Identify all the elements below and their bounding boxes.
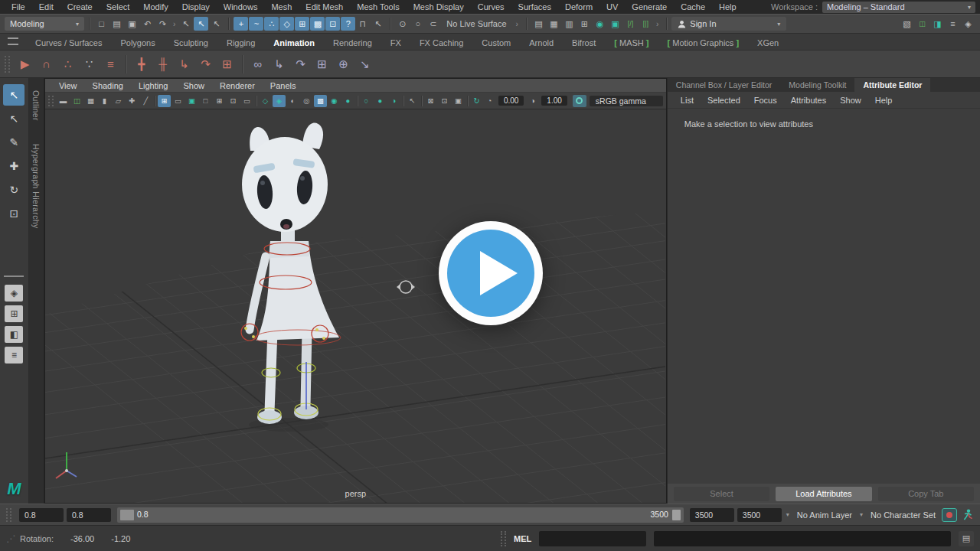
aim-constraint-icon[interactable]: ⊕ (333, 54, 354, 75)
select-by-component-icon[interactable]: ↖ (209, 17, 224, 31)
new-scene-icon[interactable]: □ (94, 17, 109, 31)
rotate-tool-icon[interactable]: ↻ (3, 179, 24, 201)
menu-item[interactable]: Select (100, 2, 137, 11)
collapse-icon[interactable]: › (653, 20, 662, 28)
default-lighting-icon[interactable]: ◈ (273, 95, 286, 107)
film-gate-icon[interactable]: ▭ (172, 95, 185, 107)
sidebar-item-outliner[interactable]: Outliner (31, 90, 41, 121)
safe-title-icon[interactable]: ▭ (240, 95, 253, 107)
color-management-icon[interactable] (573, 95, 586, 107)
chevron-down-icon[interactable]: ▾ (785, 511, 791, 518)
MASH[interactable]: MASH (605, 36, 658, 50)
make-live-icon[interactable]: ▩ (310, 17, 325, 31)
occlusion-icon[interactable]: ◉ (328, 95, 341, 107)
channel-box-panel-icon[interactable]: ◨ (930, 17, 945, 31)
range-slider-track[interactable]: 0.8 3500 (117, 507, 684, 523)
viewport-menu-item[interactable]: Renderer (212, 81, 263, 90)
color-space-selector[interactable]: sRGB gamma (590, 96, 663, 106)
open-scene-icon[interactable]: ▤ (109, 17, 124, 31)
set-rotate-key-icon[interactable]: ↷ (195, 54, 216, 75)
menu-item[interactable]: File (5, 2, 32, 11)
range-end-handle[interactable] (672, 510, 681, 520)
set-translate-key-icon[interactable]: ↳ (174, 54, 194, 75)
exposure-field[interactable]: 0.00 (498, 96, 524, 106)
mel-result-output[interactable] (654, 531, 951, 546)
menu-item[interactable]: Modify (136, 2, 175, 11)
live-surface-magnet-icon[interactable]: ⊂ (426, 17, 440, 31)
attribute-editor-menu-item[interactable]: Help (868, 96, 900, 105)
camera-attributes-icon[interactable]: ▦ (84, 95, 97, 107)
FX[interactable]: FX (381, 36, 410, 50)
grid-toggle-icon[interactable]: ⊞ (158, 95, 171, 107)
pole-vector-constraint-icon[interactable]: ↘ (354, 54, 375, 75)
Attribute Editor[interactable]: Attribute Editor (854, 78, 930, 92)
bookmark-icon[interactable]: ▮ (98, 95, 111, 107)
viewport-menu-item[interactable]: Shading (85, 81, 131, 90)
editable-motion-trail-icon[interactable]: ∴ (57, 54, 78, 75)
image-plane-icon[interactable]: ▱ (112, 95, 125, 107)
snap-together-icon[interactable]: ⊡ (325, 17, 340, 31)
select-tool-icon[interactable]: ↖ (3, 84, 24, 106)
orient-constraint-icon[interactable]: ↷ (290, 54, 311, 75)
scale-constraint-icon[interactable]: ⊞ (312, 54, 332, 75)
animation-end-field[interactable]: 3500 (737, 508, 782, 522)
Select[interactable]: Select (674, 487, 769, 501)
xray-selected-icon[interactable]: ▣ (452, 95, 465, 107)
shadows-icon[interactable]: ▩ (314, 95, 327, 107)
select-camera-icon[interactable]: ▬ (57, 95, 70, 107)
character-controls-panel-icon[interactable]: ◫ (915, 17, 929, 31)
Copy Tab[interactable]: Copy Tab (878, 487, 974, 501)
set-key-icon[interactable]: ╋ (131, 54, 152, 75)
menu-item[interactable]: Display (175, 2, 217, 11)
viewport-canvas[interactable]: persp (45, 109, 666, 503)
pan-zoom-icon[interactable]: ✚ (126, 95, 139, 107)
Custom[interactable]: Custom (472, 36, 520, 50)
attribute-editor-menu-item[interactable]: Focus (747, 96, 784, 105)
menu-item[interactable]: Windows (217, 2, 265, 11)
textured-icon[interactable]: ◑ (387, 95, 400, 107)
snap-to-view-planes-icon[interactable]: ⊞ (295, 17, 309, 31)
Animation[interactable]: Animation (264, 36, 324, 50)
Load Attributes[interactable]: Load Attributes (776, 487, 871, 501)
sign-in-button[interactable]: Sign In ▾ (671, 17, 786, 31)
resize-grip-icon[interactable]: ⋰ (6, 533, 15, 544)
modeling-toolkit-panel-icon[interactable]: ▧ (900, 17, 914, 31)
viewport-menu-item[interactable]: Panels (263, 81, 304, 90)
paint-select-tool-icon[interactable]: ✎ (3, 132, 24, 153)
attribute-editor-menu-item[interactable]: Show (833, 96, 868, 105)
collapse-icon[interactable]: › (513, 20, 521, 28)
menu-item[interactable]: Edit Mesh (299, 2, 350, 11)
Rigging[interactable]: Rigging (217, 36, 264, 50)
Motion Graphics[interactable]: Motion Graphics (658, 36, 749, 50)
viewport-refresh-icon[interactable]: ↻ (470, 95, 483, 107)
auto-keyframe-toggle[interactable] (942, 508, 957, 522)
playback-end-field[interactable]: 3500 (690, 508, 734, 522)
gamma-field[interactable]: 1.00 (541, 96, 567, 106)
smooth-shade-icon[interactable]: ● (374, 95, 387, 107)
field-chart-icon[interactable]: ⊞ (213, 95, 226, 107)
collapse-icon[interactable]: › (170, 20, 178, 28)
arnold-renderview-bracket-icon[interactable]: [/] (623, 17, 638, 31)
Arnold[interactable]: Arnold (520, 36, 563, 50)
viewport-menu-item[interactable]: Show (175, 81, 212, 90)
tool-settings-panel-icon[interactable]: ◈ (961, 17, 975, 31)
XGen[interactable]: XGen (748, 36, 788, 50)
undo-icon[interactable]: ↶ (140, 17, 155, 31)
render-settings-icon[interactable]: ⊞ (577, 17, 592, 31)
camera-gate-icon[interactable]: ◫ (70, 95, 83, 107)
time-editor-icon[interactable]: ≡ (100, 54, 121, 75)
redo-icon[interactable]: ↷ (155, 17, 170, 31)
highlight-selection-mode-icon[interactable]: ↖ (371, 17, 385, 31)
gate-mask-icon[interactable]: □ (199, 95, 212, 107)
menu-item[interactable]: Deform (558, 2, 599, 11)
animation-start-field[interactable]: 0.8 (19, 508, 64, 522)
set-breakdown-key-icon[interactable]: ╫ (152, 54, 173, 75)
sequence-render-icon[interactable]: ▣ (608, 17, 622, 31)
menu-item[interactable]: Help (712, 2, 743, 11)
toggle-display-layers-icon[interactable]: ◉ (593, 17, 607, 31)
point-constraint-icon[interactable]: ↳ (269, 54, 289, 75)
ipr-render-icon[interactable]: ▥ (562, 17, 577, 31)
lock-selection-icon[interactable]: ⊓ (355, 17, 370, 31)
menu-item[interactable]: UV (599, 2, 625, 11)
contrast-icon[interactable]: ◑ (526, 95, 539, 107)
